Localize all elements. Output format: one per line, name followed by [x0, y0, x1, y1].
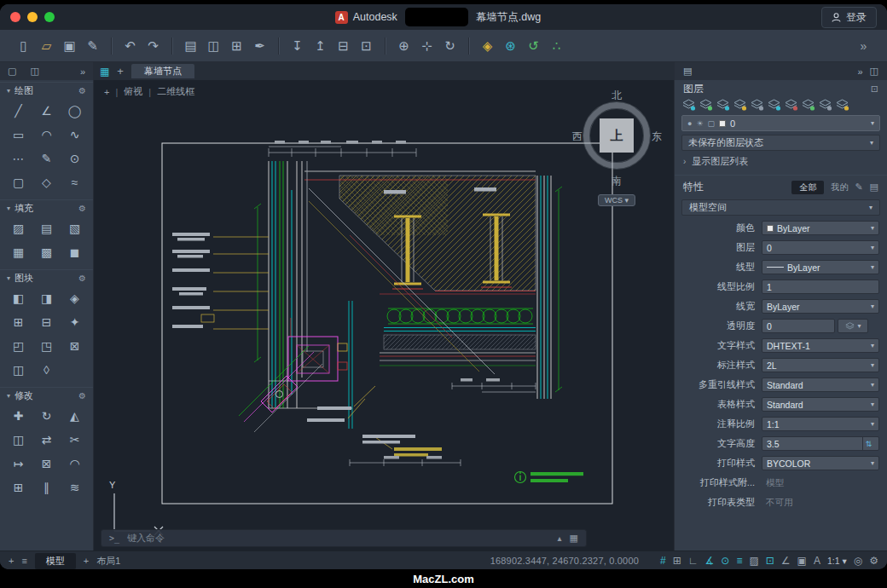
update-fields-icon[interactable]: ↺ [522, 39, 545, 52]
edit-attributes-icon[interactable]: ◰ [4, 334, 32, 358]
layers-panel-icon[interactable]: ▤ [683, 66, 692, 77]
spline-icon[interactable]: ∿ [61, 123, 89, 147]
dropdown-arrow-icon[interactable]: ▾ [871, 263, 874, 271]
collapse-icon[interactable]: ▾ [7, 274, 10, 282]
plot-preview-icon[interactable]: ◫ [202, 39, 225, 52]
layer-properties-icon[interactable] [681, 99, 696, 111]
filter-mine-button[interactable]: 我的 [831, 182, 848, 193]
section-header-hatch[interactable]: ▾填充⚙ [0, 199, 93, 216]
layer-freeze-icon[interactable]: ☀ [696, 119, 703, 128]
prop-select-plot-style[interactable]: BYCOLOR▾ [762, 456, 879, 470]
save-as-icon[interactable]: ✎ [81, 39, 104, 52]
block-attributes-icon[interactable]: ✦ [61, 310, 89, 334]
redo-icon[interactable]: ↷ [142, 39, 165, 52]
offset-icon[interactable]: ∥ [32, 476, 61, 499]
layer-lock-icon[interactable] [835, 99, 849, 111]
prop-select-layer[interactable]: 0▾ [762, 240, 879, 255]
new-layer-icon[interactable] [699, 99, 713, 111]
block-editor-icon[interactable]: ◈ [61, 286, 89, 310]
zoom-button[interactable] [44, 12, 55, 22]
sync-attributes-icon[interactable]: ◳ [32, 334, 61, 358]
cad-standards-icon[interactable]: ◈ [476, 39, 499, 52]
collapse-icon[interactable]: ▾ [7, 392, 10, 400]
viewport-expand-control[interactable]: + [104, 87, 109, 97]
mirror-icon[interactable]: ◭ [61, 404, 89, 428]
layer-prev-icon[interactable] [818, 99, 832, 111]
filter-all-button[interactable]: 全部 [791, 181, 824, 194]
annotation-visibility-icon[interactable]: A [814, 555, 820, 567]
rectangle-icon[interactable]: ▭ [4, 123, 32, 147]
dropdown-arrow-icon[interactable]: ▾ [871, 224, 874, 232]
open-file-icon[interactable]: ▱ [35, 39, 58, 52]
polyline-icon[interactable]: ∠ [32, 99, 61, 123]
explode-block-icon[interactable]: ⊠ [61, 334, 89, 358]
customization-icon[interactable]: ⚙ [869, 555, 878, 567]
tab-overview-icon[interactable]: ▦ [100, 66, 109, 78]
dynamic-ucs-icon[interactable]: ⊡ [766, 555, 774, 567]
hatch-icon[interactable]: ▨ [4, 216, 32, 240]
isolate-objects-icon[interactable]: ◎ [854, 555, 862, 567]
viewcube-north[interactable]: 北 [612, 89, 622, 103]
gear-icon[interactable]: ⚙ [78, 204, 86, 213]
layer-freeze-icon[interactable] [767, 99, 781, 111]
move-icon[interactable]: ✚ [4, 404, 32, 428]
gradient-icon[interactable]: ▩ [32, 240, 61, 264]
dropdown-arrow-icon[interactable]: ▾ [871, 459, 874, 467]
view-cube[interactable]: 北 西 东 南 上 WCS ▾ [570, 89, 664, 216]
dropdown-arrow-icon[interactable]: ▾ [871, 420, 874, 428]
etransmit-icon[interactable]: ⊟ [332, 39, 355, 52]
new-tab-button[interactable]: + [117, 65, 124, 78]
dynamic-input-icon[interactable]: ∠ [781, 555, 791, 567]
count-blocks-icon[interactable]: ◊ [32, 358, 61, 382]
prop-select-mleader-style[interactable]: Standard▾ [762, 378, 879, 392]
prop-transparency-button[interactable]: ▾ [838, 319, 868, 333]
viewport-style-control[interactable]: 二维线框 [157, 85, 194, 98]
section-header-draw[interactable]: ▾绘图⚙ [0, 82, 93, 98]
export-file-icon[interactable]: ↥ [309, 39, 332, 52]
prop-select-dim-style[interactable]: 2L▾ [762, 358, 879, 372]
viewcube-west[interactable]: 西 [572, 130, 583, 144]
save-file-icon[interactable]: ▣ [58, 39, 81, 52]
layer-translator-icon[interactable]: ⊛ [499, 39, 522, 52]
panel-overflow-icon[interactable]: » [857, 66, 862, 77]
login-button[interactable]: 登录 [821, 7, 877, 28]
prop-select-annotation-scale[interactable]: 1:1▾ [762, 417, 879, 431]
add-layout-button[interactable]: + [84, 556, 89, 566]
gear-icon[interactable]: ⚙ [78, 391, 86, 401]
tab-layout1[interactable]: 布局1 [96, 555, 120, 568]
keyboard-icon[interactable]: ▦ [570, 533, 578, 544]
prop-select-linetype[interactable]: ByLayer▾ [762, 260, 879, 274]
layer-isolate-icon[interactable] [733, 99, 747, 111]
panel-undock-icon[interactable]: ⊡ [871, 84, 878, 95]
section-header-modify[interactable]: ▾修改⚙ [0, 387, 93, 403]
dropdown-arrow-icon[interactable]: ▾ [857, 322, 861, 330]
selection-window-icon[interactable]: ◫ [30, 66, 38, 77]
annotation-scale-control[interactable]: 1:1 ▾ [827, 556, 847, 566]
prop-input-text-height[interactable]: 3.5⇅ [762, 436, 879, 451]
layer-unisolate-icon[interactable] [750, 99, 764, 111]
layer-on-icon[interactable]: ● [687, 119, 692, 128]
minimize-button[interactable] [27, 12, 38, 22]
command-input[interactable]: 键入命令 [127, 532, 165, 545]
revision-cloud-icon[interactable]: ≈ [61, 170, 89, 194]
layer-lock-icon[interactable]: ▢ [708, 119, 716, 128]
command-line[interactable]: >_ 键入命令 ▴ ▦ [101, 529, 587, 547]
toolbar-overflow-icon[interactable]: » [852, 40, 875, 52]
layer-state-icon[interactable] [716, 99, 730, 111]
layer-match-icon[interactable] [801, 99, 815, 111]
write-block-icon[interactable]: ⊞ [4, 310, 32, 334]
ortho-mode-icon[interactable]: ∟ [688, 555, 699, 567]
lineweight-display-icon[interactable]: ≡ [736, 555, 742, 567]
prop-select-text-style[interactable]: DHTEXT-1▾ [762, 338, 879, 353]
current-layer-dropdown[interactable]: ● ☀ ▢ 0 ▾ [681, 115, 880, 131]
undo-icon[interactable]: ↶ [119, 39, 142, 52]
quick-select-icon[interactable]: ✎ [855, 182, 862, 193]
dropdown-arrow-icon[interactable]: ▾ [871, 303, 874, 310]
insert-file-icon[interactable]: ↧ [286, 39, 309, 52]
selection-cycling-icon[interactable]: ▣ [797, 555, 807, 567]
collapse-icon[interactable]: ▾ [7, 205, 10, 212]
chevron-down-icon[interactable]: ▾ [869, 204, 873, 211]
layer-color-swatch[interactable] [719, 120, 726, 127]
chevron-down-icon[interactable]: ▾ [871, 119, 874, 127]
transparency-toggle-icon[interactable]: ▨ [749, 555, 758, 567]
